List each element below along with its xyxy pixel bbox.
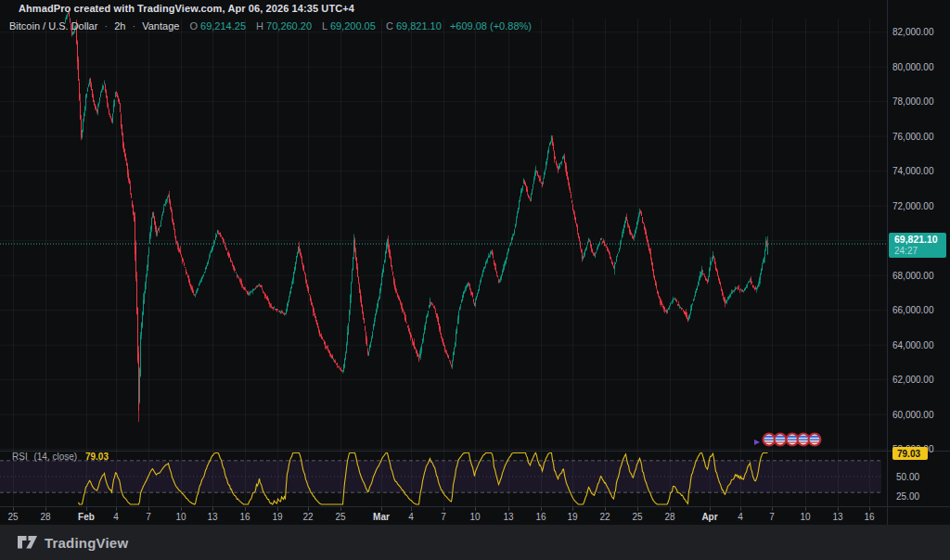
open-label: O xyxy=(189,20,198,32)
tradingview-brand-text: TradingView xyxy=(45,535,128,551)
low-value: 69,200.05 xyxy=(330,20,376,32)
tradingview-logo-icon xyxy=(17,535,38,550)
rsi-current-value: 79.03 xyxy=(85,452,109,462)
footer-bar: TradingView xyxy=(0,525,950,560)
separator-dot: · xyxy=(132,20,135,32)
attribution-watermark: AhmadPro created with TradingView.com, A… xyxy=(19,3,354,14)
rsi-pane[interactable] xyxy=(0,451,887,506)
tradingview-chart-window: 82,000.0080,000.0078,000.0076,000.0074,0… xyxy=(0,0,950,560)
exchange-label: Vantage xyxy=(142,20,179,32)
high-label: H xyxy=(256,20,263,32)
change-value: +609.08 (+0.88%) xyxy=(450,20,532,32)
time-scale[interactable] xyxy=(0,506,887,525)
symbol-name[interactable]: Bitcoin / U.S. Dollar xyxy=(9,20,97,32)
separator-dot: · xyxy=(104,20,108,32)
rsi-title: RSI xyxy=(12,452,28,462)
tradingview-logo[interactable]: TradingView xyxy=(17,535,128,551)
high-value: 70,260.20 xyxy=(266,20,312,32)
low-label: L xyxy=(322,20,327,32)
open-value: 69,214.25 xyxy=(200,20,246,32)
close-label: C xyxy=(386,20,393,32)
rsi-indicator-legend[interactable]: RSI (14, close) 79.03 xyxy=(12,452,109,462)
rsi-params: (14, close) xyxy=(33,452,77,462)
price-scale[interactable] xyxy=(887,0,950,525)
interval-label[interactable]: 2h xyxy=(114,20,125,32)
price-pane[interactable] xyxy=(0,17,887,451)
close-value: 69,821.10 xyxy=(396,20,442,32)
symbol-legend-row[interactable]: Bitcoin / U.S. Dollar · 2h · Vantage O 6… xyxy=(9,20,532,32)
